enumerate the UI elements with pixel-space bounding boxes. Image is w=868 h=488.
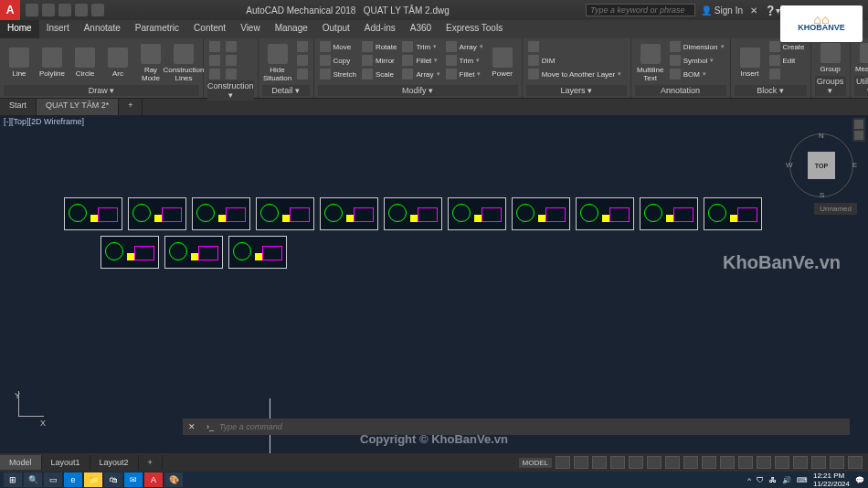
- modify-trim-button[interactable]: Trim: [444, 54, 485, 67]
- drawing-sheet[interactable]: [256, 197, 314, 230]
- status-ortho-icon[interactable]: [592, 456, 607, 469]
- qat-redo-icon[interactable]: [91, 4, 104, 16]
- layout-tab-add[interactable]: +: [139, 455, 163, 470]
- mtext-button[interactable]: Multiline Text: [635, 40, 666, 85]
- drawing-sheet[interactable]: [512, 197, 570, 230]
- viewcube-s[interactable]: S: [820, 191, 824, 199]
- tab-express[interactable]: Express Tools: [439, 20, 510, 38]
- block-btn-3[interactable]: [767, 68, 807, 80]
- ray-mode-button[interactable]: Ray Mode: [135, 40, 166, 85]
- command-input[interactable]: [219, 422, 850, 431]
- stretch-button[interactable]: Stretch: [318, 68, 358, 80]
- help-icon[interactable]: ❔▾: [765, 5, 780, 16]
- trim-button[interactable]: Trim: [400, 40, 441, 53]
- layer-dim-select[interactable]: DIM: [526, 54, 627, 67]
- doc-tab-start[interactable]: Start: [0, 99, 37, 115]
- status-monitor-icon[interactable]: [757, 456, 771, 469]
- drawing-canvas[interactable]: [-][Top][2D Wireframe] TOP N S E W Unnam…: [0, 115, 868, 453]
- edit-block-button[interactable]: Edit: [767, 54, 807, 67]
- drawing-sheet[interactable]: [448, 197, 506, 230]
- panel-block-title[interactable]: Block ▾: [735, 85, 807, 96]
- tray-lang-icon[interactable]: ⌨: [797, 476, 808, 484]
- tab-view[interactable]: View: [233, 20, 268, 38]
- tab-parametric[interactable]: Parametric: [128, 20, 186, 38]
- modify-array-button[interactable]: Array: [444, 40, 485, 53]
- status-workspace-icon[interactable]: [738, 456, 753, 469]
- qat-new-icon[interactable]: [26, 4, 38, 16]
- layout-tab-2[interactable]: Layout2: [90, 455, 139, 470]
- status-otrack-icon[interactable]: [647, 456, 662, 469]
- measure-button[interactable]: Measure: [854, 40, 868, 76]
- tab-annotate[interactable]: Annotate: [77, 20, 128, 38]
- status-transparency-icon[interactable]: [683, 456, 698, 469]
- cons-btn-2[interactable]: [207, 54, 222, 67]
- dimension-button[interactable]: Dimension: [668, 40, 726, 53]
- nav-pan-icon[interactable]: [854, 131, 863, 140]
- status-annoscale-icon[interactable]: [720, 456, 735, 469]
- tab-output[interactable]: Output: [315, 20, 357, 38]
- insert-block-button[interactable]: Insert: [735, 40, 766, 85]
- create-block-button[interactable]: Create: [767, 40, 807, 53]
- drawing-sheet[interactable]: [704, 197, 762, 230]
- cons-btn-4[interactable]: [224, 40, 238, 53]
- drawing-sheet[interactable]: [128, 197, 186, 230]
- line-button[interactable]: Line: [4, 40, 35, 85]
- tab-manage[interactable]: Manage: [268, 20, 315, 38]
- rotate-button[interactable]: Rotate: [360, 40, 399, 53]
- viewport-label[interactable]: [-][Top][2D Wireframe]: [4, 117, 84, 126]
- drawing-sheet[interactable]: [384, 197, 442, 230]
- panel-detail-title[interactable]: Detail ▾: [262, 85, 310, 96]
- drawing-sheet[interactable]: [228, 236, 287, 269]
- cons-btn-6[interactable]: [224, 68, 238, 80]
- cons-btn-1[interactable]: [207, 40, 222, 53]
- task-view-icon[interactable]: ▭: [44, 472, 62, 487]
- modify-fillet-button[interactable]: Fillet: [444, 68, 485, 80]
- status-polar-icon[interactable]: [610, 456, 625, 469]
- cons-btn-5[interactable]: [224, 54, 238, 67]
- tray-volume-icon[interactable]: 🔊: [782, 476, 791, 484]
- group-button[interactable]: Group: [815, 40, 846, 76]
- symbol-button[interactable]: Symbol: [668, 54, 726, 67]
- panel-utilities-title[interactable]: Utilities ▾: [854, 76, 868, 96]
- panel-layers-title[interactable]: Layers ▾: [526, 85, 627, 96]
- paint-icon[interactable]: 🎨: [164, 472, 183, 487]
- drawing-sheet[interactable]: [164, 236, 223, 269]
- status-cycling-icon[interactable]: [702, 456, 716, 469]
- viewcube-w[interactable]: W: [786, 161, 793, 169]
- array-button[interactable]: Array: [400, 68, 441, 80]
- panel-modify-title[interactable]: Modify ▾: [318, 85, 518, 96]
- outlook-icon[interactable]: ✉: [124, 472, 143, 487]
- viewcube-n[interactable]: N: [819, 132, 824, 140]
- doc-tab-file[interactable]: QUAT LY TÂM 2*: [37, 99, 119, 115]
- construction-lines-button[interactable]: Construction Lines: [168, 40, 199, 85]
- layout-tab-1[interactable]: Layout1: [42, 455, 90, 470]
- status-units-icon[interactable]: [775, 456, 789, 469]
- autocad-taskbar-icon[interactable]: A: [144, 472, 163, 487]
- layer-props-button[interactable]: [526, 40, 627, 53]
- status-isolate-icon[interactable]: [793, 456, 808, 469]
- tab-insert[interactable]: Insert: [39, 20, 77, 38]
- start-button[interactable]: ⊞: [4, 472, 22, 487]
- fillet-button[interactable]: Fillet: [400, 54, 441, 67]
- tray-security-icon[interactable]: 🛡: [757, 476, 764, 484]
- cmdline-close-icon[interactable]: ✕: [183, 422, 201, 431]
- search-icon[interactable]: 🔍: [24, 472, 42, 487]
- drawing-sheet[interactable]: [320, 197, 378, 230]
- status-lwt-icon[interactable]: [665, 456, 680, 469]
- doc-tab-add[interactable]: +: [119, 99, 143, 115]
- arc-button[interactable]: Arc: [102, 40, 133, 85]
- viewcube-e[interactable]: E: [852, 161, 857, 169]
- viewcube-face[interactable]: TOP: [808, 152, 835, 179]
- circle-button[interactable]: Circle: [69, 40, 101, 85]
- detail-btn-1[interactable]: [295, 40, 310, 53]
- panel-construction-title[interactable]: Construction ▾: [207, 80, 254, 101]
- app-icon[interactable]: A: [0, 0, 20, 20]
- polyline-button[interactable]: Polyline: [37, 40, 68, 85]
- move-button[interactable]: Move: [318, 40, 358, 53]
- qat-undo-icon[interactable]: [75, 4, 88, 16]
- layout-tab-model[interactable]: Model: [0, 455, 42, 470]
- tray-chevron-icon[interactable]: ^: [747, 476, 751, 484]
- qat-save-icon[interactable]: [58, 4, 71, 16]
- status-osnap-icon[interactable]: [629, 456, 643, 469]
- drawing-sheet[interactable]: [64, 197, 122, 230]
